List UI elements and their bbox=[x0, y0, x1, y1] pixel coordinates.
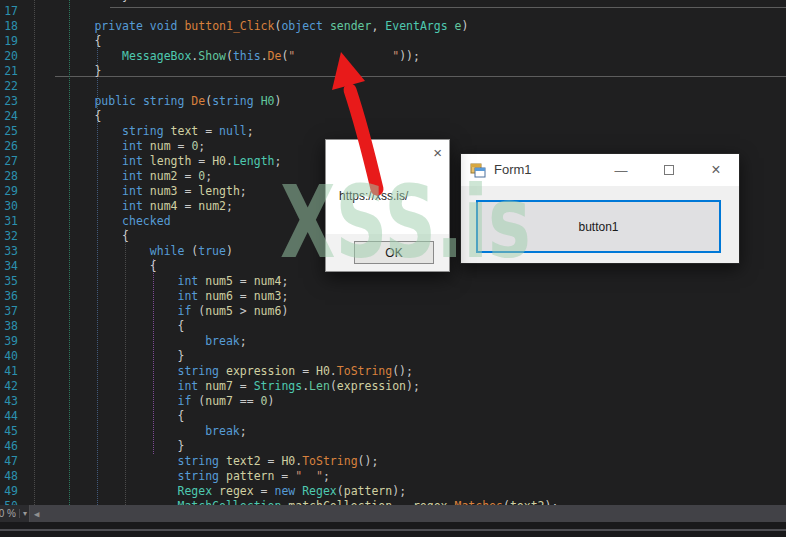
code-text: { bbox=[39, 34, 101, 49]
code-line[interactable]: 20 MessageBox.Show(this.De(" ")); bbox=[0, 49, 786, 64]
code-line[interactable]: 22 bbox=[0, 79, 786, 94]
code-line[interactable]: 36 int num6 = num3; bbox=[0, 289, 786, 304]
line-number[interactable]: 19 bbox=[0, 34, 18, 49]
code-line[interactable]: 21 } bbox=[0, 64, 786, 79]
line-number[interactable]: 33 bbox=[0, 244, 18, 259]
line-number[interactable]: 21 bbox=[0, 64, 18, 79]
code-line[interactable]: 49 Regex regex = new Regex(pattern); bbox=[0, 484, 786, 499]
button1[interactable]: button1 bbox=[476, 200, 721, 253]
maximize-icon bbox=[664, 165, 674, 175]
line-number[interactable]: 42 bbox=[0, 379, 18, 394]
line-number[interactable]: 24 bbox=[0, 109, 18, 124]
code-line[interactable]: 42 int num7 = Strings.Len(expression); bbox=[0, 379, 786, 394]
code-text: { bbox=[39, 109, 101, 124]
code-text: { bbox=[39, 229, 129, 244]
code-line[interactable]: 25 string text = null; bbox=[0, 124, 786, 139]
line-number[interactable]: 27 bbox=[0, 154, 18, 169]
close-icon: × bbox=[711, 161, 720, 179]
line-number[interactable]: 43 bbox=[0, 394, 18, 409]
code-text: string text = null; bbox=[39, 124, 254, 139]
code-line[interactable]: 47 string text2 = H0.ToString(); bbox=[0, 454, 786, 469]
code-line[interactable]: 19 { bbox=[0, 34, 786, 49]
line-number[interactable]: 34 bbox=[0, 259, 18, 274]
code-text: int length = H0.Length; bbox=[39, 154, 281, 169]
maximize-button[interactable] bbox=[654, 154, 684, 186]
messagebox-footer: OK bbox=[326, 234, 449, 271]
line-number[interactable]: 48 bbox=[0, 469, 18, 484]
code-line[interactable]: 37 if (num5 > num6) bbox=[0, 304, 786, 319]
form1-titlebar[interactable]: Form1 — × bbox=[461, 154, 739, 186]
messagebox-dialog[interactable]: × https://xss.is/ OK bbox=[325, 139, 450, 272]
code-line[interactable]: 18 private void button1_Click(object sen… bbox=[0, 19, 786, 34]
code-text: } bbox=[39, 349, 184, 364]
screenshot-stage: }1718 private void button1_Click(object … bbox=[0, 0, 786, 537]
messagebox-message: https://xss.is/ bbox=[339, 189, 408, 203]
ok-button[interactable]: OK bbox=[354, 241, 434, 264]
line-number[interactable]: 25 bbox=[0, 124, 18, 139]
line-number[interactable]: 23 bbox=[0, 94, 18, 109]
chevron-down-icon: ▾ bbox=[19, 509, 27, 518]
line-number[interactable]: 31 bbox=[0, 214, 18, 229]
code-line[interactable]: 45 break; bbox=[0, 424, 786, 439]
code-text: string expression = H0.ToString(); bbox=[39, 364, 413, 379]
code-text: int num2 = 0; bbox=[39, 169, 212, 184]
minimize-icon: — bbox=[615, 163, 628, 178]
line-number[interactable]: 41 bbox=[0, 364, 18, 379]
code-text: MessageBox.Show(this.De(" ")); bbox=[39, 49, 420, 64]
line-number[interactable]: 49 bbox=[0, 484, 18, 499]
code-text: { bbox=[39, 319, 184, 334]
code-text: break; bbox=[39, 424, 247, 439]
code-line[interactable]: 38 { bbox=[0, 319, 786, 334]
line-number[interactable]: 32 bbox=[0, 229, 18, 244]
code-line[interactable]: 40 } bbox=[0, 349, 786, 364]
scroll-left-arrow-icon[interactable]: ◀ bbox=[34, 506, 39, 522]
code-line[interactable]: 24 { bbox=[0, 109, 786, 124]
code-line[interactable]: 17 bbox=[0, 4, 786, 19]
code-line[interactable]: 48 string pattern = " "; bbox=[0, 469, 786, 484]
line-number[interactable]: 39 bbox=[0, 334, 18, 349]
code-text: public string De(string H0) bbox=[39, 94, 281, 109]
line-number[interactable]: 29 bbox=[0, 184, 18, 199]
line-number[interactable]: 36 bbox=[0, 289, 18, 304]
line-number[interactable]: 30 bbox=[0, 199, 18, 214]
line-number[interactable]: 44 bbox=[0, 409, 18, 424]
line-number[interactable]: 17 bbox=[0, 4, 18, 19]
code-text: Regex regex = new Regex(pattern); bbox=[39, 484, 406, 499]
editor-bottom-strip bbox=[0, 522, 786, 537]
code-line[interactable]: 44 { bbox=[0, 409, 786, 424]
code-text: if (num5 > num6) bbox=[39, 304, 288, 319]
form1-client-area: button1 bbox=[461, 186, 739, 263]
horizontal-scrollbar[interactable]: 100 % ▾ ◀ bbox=[0, 505, 786, 522]
line-number[interactable]: 38 bbox=[0, 319, 18, 334]
code-line[interactable]: 39 break; bbox=[0, 334, 786, 349]
line-number[interactable]: 20 bbox=[0, 49, 18, 64]
code-line[interactable]: 46 } bbox=[0, 439, 786, 454]
code-text: } bbox=[39, 439, 184, 454]
close-icon[interactable]: × bbox=[433, 144, 442, 162]
code-text: int num3 = length; bbox=[39, 184, 247, 199]
code-text: { bbox=[39, 409, 184, 424]
line-number[interactable]: 18 bbox=[0, 19, 18, 34]
line-number[interactable]: 37 bbox=[0, 304, 18, 319]
line-number[interactable]: 28 bbox=[0, 169, 18, 184]
close-button[interactable]: × bbox=[701, 154, 731, 186]
code-line[interactable]: 35 int num5 = num4; bbox=[0, 274, 786, 289]
line-number[interactable]: 46 bbox=[0, 439, 18, 454]
code-line[interactable]: 23 public string De(string H0) bbox=[0, 94, 786, 109]
window-title: Form1 bbox=[494, 162, 532, 177]
minimize-button[interactable]: — bbox=[606, 154, 636, 186]
line-number[interactable]: 26 bbox=[0, 139, 18, 154]
pane-divider bbox=[0, 529, 786, 531]
form1-window[interactable]: Form1 — × button1 bbox=[460, 153, 740, 264]
line-number[interactable]: 22 bbox=[0, 79, 18, 94]
code-line[interactable]: 41 string expression = H0.ToString(); bbox=[0, 364, 786, 379]
line-number[interactable]: 45 bbox=[0, 424, 18, 439]
code-text: while (true) bbox=[39, 244, 233, 259]
code-text: string pattern = " "; bbox=[39, 469, 330, 484]
line-number[interactable]: 47 bbox=[0, 454, 18, 469]
editor-zoom-control[interactable]: 100 % ▾ bbox=[0, 505, 30, 522]
line-number[interactable]: 40 bbox=[0, 349, 18, 364]
code-line[interactable]: 43 if (num7 == 0) bbox=[0, 394, 786, 409]
code-text: { bbox=[39, 259, 157, 274]
line-number[interactable]: 35 bbox=[0, 274, 18, 289]
